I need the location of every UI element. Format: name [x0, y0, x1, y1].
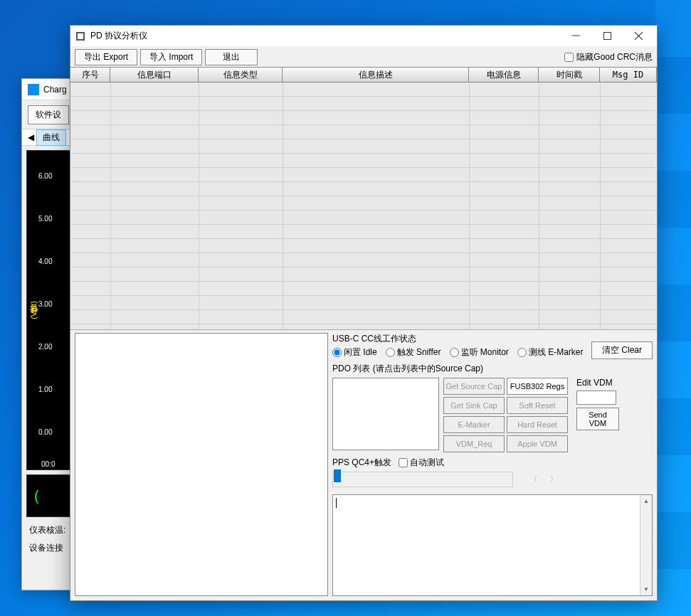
svg-rect-1 [603, 33, 611, 40]
col-msgid[interactable]: Msg ID [600, 68, 657, 82]
hide-crc-checkbox[interactable] [564, 53, 574, 62]
bg-ytick: 4.00 [38, 257, 52, 265]
get-source-cap-button[interactable]: Get Source Cap [443, 378, 505, 395]
text-cursor [336, 498, 337, 508]
app-icon [76, 32, 85, 41]
col-port[interactable]: 信息端口 [110, 68, 199, 82]
bg-dial-icon: ( [34, 488, 39, 504]
col-desc[interactable]: 信息描述 [283, 68, 469, 82]
radio-monitor-label[interactable]: 监听 Monitor [450, 346, 509, 359]
hide-crc-checkbox-label[interactable]: 隐藏Good CRC消息 [564, 51, 653, 63]
step-next-button[interactable]: 〉 [546, 473, 561, 486]
scroll-down-icon[interactable]: ▼ [640, 583, 653, 595]
bg-yaxis-label: 伏特(Volt) [28, 301, 39, 319]
col-seq[interactable]: 序号 [70, 68, 110, 82]
window-title: PD 协议分析仪 [90, 30, 560, 42]
step-prev-button[interactable]: 〈 [526, 473, 542, 486]
table-body[interactable] [70, 83, 657, 330]
table-header: 序号 信息端口 信息类型 信息描述 电源信息 时间戳 Msg ID [70, 67, 657, 83]
radio-monitor[interactable] [450, 348, 459, 357]
bg-ytick: 0.00 [38, 428, 52, 436]
pps-slider-thumb[interactable] [334, 469, 341, 482]
minimize-button[interactable] [560, 26, 591, 46]
send-vdm-button[interactable]: Send VDM [576, 408, 619, 430]
usb-status-label: USB-C CC线工作状态 [332, 333, 584, 345]
col-power[interactable]: 电源信息 [469, 68, 539, 82]
detail-panel[interactable] [75, 333, 328, 596]
bg-ytick: 2.00 [38, 343, 52, 351]
col-time[interactable]: 时间戳 [539, 68, 600, 82]
get-sink-cap-button[interactable]: Get Sink Cap [443, 397, 505, 414]
radio-emarker[interactable] [517, 348, 527, 357]
clear-button[interactable]: 清空 Clear [591, 341, 653, 359]
fusb302-regs-button[interactable]: FUSB302 Regs [507, 378, 568, 395]
pps-slider[interactable] [332, 472, 513, 487]
close-button[interactable] [623, 26, 654, 46]
radio-sniffer-label[interactable]: 触发 Sniffer [386, 346, 441, 359]
toolbar: 导出 Export 导入 Import 退出 隐藏Good CRC消息 [70, 47, 657, 67]
export-button[interactable]: 导出 Export [75, 49, 137, 65]
pdo-label: PDO 列表 (请点击列表中的Source Cap) [332, 363, 653, 375]
bg-tab-scroll-left[interactable]: ◀ [25, 132, 36, 142]
hard-reset-button[interactable]: Hard Reset [507, 416, 568, 433]
bg-settings-button[interactable]: 软件设 [28, 105, 69, 124]
auto-test-checkbox-label[interactable]: 自动测试 [399, 457, 444, 469]
edit-vdm-input[interactable] [576, 391, 616, 405]
titlebar: PD 协议分析仪 [70, 26, 657, 47]
radio-idle-label[interactable]: 闲置 Idle [332, 346, 377, 359]
maximize-button[interactable] [591, 26, 623, 46]
main-window: PD 协议分析仪 导出 Export 导入 Import 退出 隐藏Good C… [70, 25, 658, 601]
radio-sniffer[interactable] [386, 348, 395, 357]
bg-xtick: 00:0 [41, 460, 55, 468]
pps-label: PPS QC4+触发 [332, 457, 391, 469]
log-scrollbar[interactable]: ▲ ▼ [640, 495, 652, 595]
edit-vdm-label: Edit VDM [576, 378, 619, 388]
radio-emarker-label[interactable]: 测线 E-Marker [517, 346, 584, 359]
col-type[interactable]: 信息类型 [199, 68, 283, 82]
emarker-button[interactable]: E-Marker [443, 416, 505, 433]
auto-test-checkbox[interactable] [399, 458, 408, 467]
apple-vdm-button[interactable]: Apple VDM [507, 435, 568, 452]
exit-button[interactable]: 退出 [205, 49, 258, 65]
bg-ytick: 5.00 [38, 215, 52, 223]
soft-reset-button[interactable]: Soft Reset [507, 397, 568, 414]
log-textarea[interactable]: ▲ ▼ [332, 494, 653, 596]
radio-idle[interactable] [332, 348, 342, 357]
bg-tab-curve[interactable]: 曲线 [36, 129, 66, 146]
bg-app-icon [28, 84, 39, 95]
bg-ytick: 1.00 [38, 386, 52, 393]
scroll-up-icon[interactable]: ▲ [640, 495, 653, 507]
vdm-req-button[interactable]: VDM_Req [443, 435, 505, 452]
bg-window-title: Charg [43, 85, 67, 95]
pdo-list[interactable] [332, 378, 439, 450]
bg-ytick: 3.00 [38, 300, 52, 308]
import-button[interactable]: 导入 Import [140, 49, 202, 65]
bg-ytick: 6.00 [38, 172, 52, 180]
hide-crc-text: 隐藏Good CRC消息 [576, 51, 653, 63]
